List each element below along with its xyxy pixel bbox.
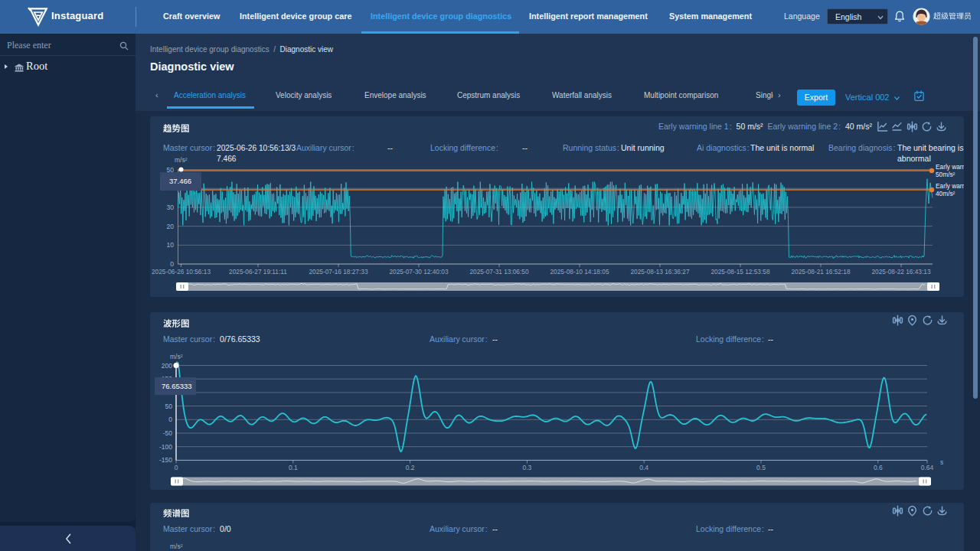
svg-text:2025-07-16 18:27:33: 2025-07-16 18:27:33: [309, 268, 368, 276]
svg-text:2025-07-31 13:06:50: 2025-07-31 13:06:50: [469, 268, 528, 276]
svg-text:20: 20: [167, 223, 175, 230]
svg-text:Early warni: Early warni: [936, 163, 964, 171]
svg-text:s: s: [940, 458, 943, 466]
svg-text:2025-07-30 12:40:03: 2025-07-30 12:40:03: [389, 268, 448, 276]
svg-text:0: 0: [175, 464, 178, 471]
svg-text:m/s²: m/s²: [175, 156, 188, 164]
svg-text:Early warni: Early warni: [936, 182, 964, 190]
svg-text:0.3: 0.3: [522, 464, 531, 471]
svg-text:m/s²: m/s²: [170, 353, 183, 360]
svg-text:-100: -100: [159, 443, 172, 451]
svg-text:2025-06-26 10:56:13: 2025-06-26 10:56:13: [152, 268, 211, 276]
svg-text:2025-08-10 14:18:05: 2025-08-10 14:18:05: [550, 268, 609, 276]
svg-text:10: 10: [167, 241, 175, 249]
svg-text:2025-08-21 16:52:18: 2025-08-21 16:52:18: [791, 268, 850, 276]
svg-text:0: 0: [170, 260, 174, 268]
svg-text:200: 200: [162, 362, 172, 370]
svg-text:0.5: 0.5: [756, 464, 766, 471]
svg-text:-50: -50: [163, 429, 173, 437]
svg-text:40m/s²: 40m/s²: [936, 190, 956, 197]
svg-text:0.1: 0.1: [289, 464, 298, 471]
svg-text:-150: -150: [159, 456, 172, 464]
svg-text:0.6: 0.6: [874, 464, 883, 471]
svg-text:50: 50: [165, 403, 173, 410]
svg-text:2025-08-13 16:36:27: 2025-08-13 16:36:27: [630, 268, 689, 276]
svg-text:0.4: 0.4: [639, 464, 648, 471]
svg-text:0: 0: [168, 416, 172, 423]
svg-text:2025-08-15 12:53:58: 2025-08-15 12:53:58: [710, 268, 769, 276]
svg-text:2025-06-27 19:11:11: 2025-06-27 19:11:11: [229, 268, 287, 276]
svg-text:30: 30: [167, 204, 175, 211]
svg-text:0.64: 0.64: [921, 464, 934, 471]
svg-text:50m/s²: 50m/s²: [936, 171, 956, 178]
svg-text:0.2: 0.2: [406, 464, 415, 471]
svg-text:2025-08-22 16:43:13: 2025-08-22 16:43:13: [871, 268, 930, 276]
